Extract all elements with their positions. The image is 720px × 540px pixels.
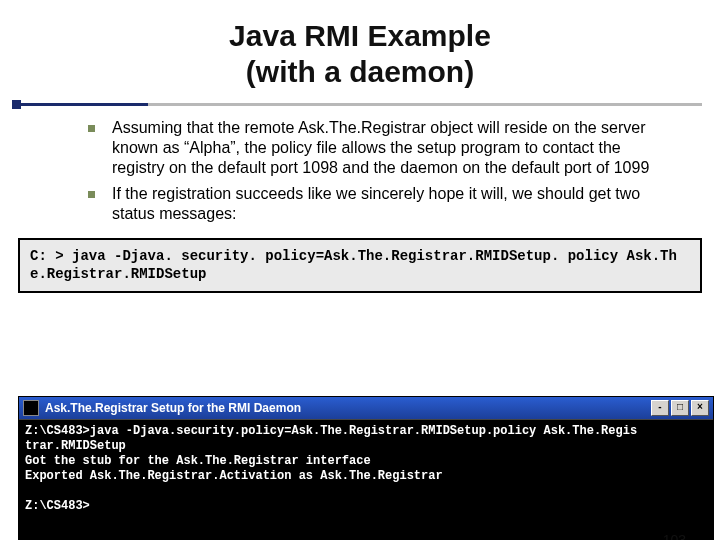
slide-title: Java RMI Example (with a daemon) <box>0 18 720 90</box>
window-buttons: - □ × <box>651 400 709 416</box>
window-title-bar: Ask.The.Registrar Setup for the RMI Daem… <box>19 397 713 419</box>
terminal-line: Got the stub for the Ask.The.Registrar i… <box>25 454 371 468</box>
page-number: 103 <box>663 532 686 540</box>
command-code-block: C: > java -Djava. security. policy=Ask.T… <box>18 238 702 293</box>
maximize-button[interactable]: □ <box>671 400 689 416</box>
bullet-item: Assuming that the remote Ask.The.Registr… <box>112 118 652 178</box>
bullet-text: Assuming that the remote Ask.The.Registr… <box>112 119 649 176</box>
terminal-line: Z:\CS483> <box>25 499 90 513</box>
bullet-icon <box>88 125 95 132</box>
title-line-2: (with a daemon) <box>246 55 474 88</box>
divider-navy <box>18 103 148 106</box>
bullet-item: If the registration succeeds like we sin… <box>112 184 652 224</box>
bullet-list: Assuming that the remote Ask.The.Registr… <box>112 118 652 224</box>
title-divider <box>0 98 720 112</box>
bullet-text: If the registration succeeds like we sin… <box>112 185 640 222</box>
close-button[interactable]: × <box>691 400 709 416</box>
cmd-icon <box>23 400 39 416</box>
slide: Java RMI Example (with a daemon) Assumin… <box>0 18 720 540</box>
bullet-icon <box>88 191 95 198</box>
terminal-line: Exported Ask.The.Registrar.Activation as… <box>25 469 443 483</box>
terminal-line: Z:\CS483>java -Djava.security.policy=Ask… <box>25 424 637 438</box>
window-title: Ask.The.Registrar Setup for the RMI Daem… <box>45 401 651 415</box>
minimize-button[interactable]: - <box>651 400 669 416</box>
terminal-line: trar.RMIDSetup <box>25 439 126 453</box>
divider-square-icon <box>12 100 21 109</box>
title-line-1: Java RMI Example <box>229 19 491 52</box>
terminal-output: Z:\CS483>java -Djava.security.policy=Ask… <box>19 419 713 540</box>
command-prompt-window: Ask.The.Registrar Setup for the RMI Daem… <box>18 396 714 540</box>
